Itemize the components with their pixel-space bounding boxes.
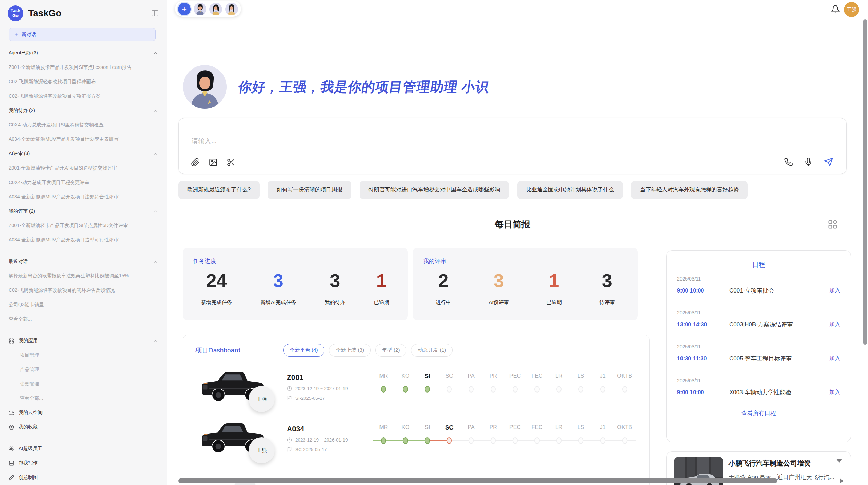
- notification-bell-icon[interactable]: [831, 5, 840, 14]
- briefing-layout-icon[interactable]: [828, 219, 838, 229]
- view-all-chats-link[interactable]: 查看全部...: [0, 312, 167, 326]
- suggestion-chip[interactable]: 特朗普可能对进口汽车增税会对中国车企造成哪些影响: [360, 181, 509, 199]
- avatar[interactable]: [209, 3, 222, 15]
- milestone-label: SC: [438, 373, 460, 381]
- suggestion-chips: 欧洲新规最近颁布了什么? 如何写一份清晰的项目周报 特朗普可能对进口汽车增税会对…: [178, 181, 847, 199]
- logo-text-bottom: Go: [12, 13, 19, 18]
- new-conversation-button[interactable]: +: [178, 3, 191, 15]
- suggestion-chip[interactable]: 欧洲新规最近颁布了什么?: [178, 181, 260, 199]
- milestone-label: LS: [570, 373, 592, 381]
- milestone-ko: KO: [395, 424, 417, 444]
- recent-chat-item[interactable]: 公司Q3轻卡销量: [0, 298, 167, 312]
- avatar[interactable]: [194, 3, 206, 15]
- join-meeting-link[interactable]: 加入: [829, 389, 840, 396]
- chat-input[interactable]: [192, 137, 603, 145]
- section-my-todo[interactable]: 我的待办 (2): [0, 103, 167, 118]
- milestone-label: SI: [417, 424, 438, 432]
- suggestion-chip[interactable]: 比亚迪全固态电池计划具体说了什么: [517, 181, 623, 199]
- milestone-dot: [556, 386, 562, 393]
- stat-overdue: 1 已逾期: [374, 270, 389, 306]
- sidebar-task-item[interactable]: C0X4-动力总成开发项目SI里程碑提交物检查: [0, 118, 167, 132]
- tab-model-year[interactable]: 年型 (2): [375, 344, 407, 357]
- sidebar-task-item[interactable]: C0X4-动力总成开发项目工程变更评审: [0, 175, 167, 190]
- join-meeting-link[interactable]: 加入: [829, 287, 840, 294]
- sidebar-item-ai-super-staff[interactable]: AI超级员工: [0, 442, 167, 456]
- milestone-dot: [425, 437, 430, 444]
- section-ai-review[interactable]: AI评审 (3): [0, 147, 167, 161]
- attachment-paperclip-icon[interactable]: [191, 158, 200, 167]
- join-meeting-link[interactable]: 加入: [829, 321, 840, 328]
- app-title: TaskGo: [28, 8, 61, 19]
- milestone-ls: LS: [570, 424, 592, 444]
- stat-value: 3: [489, 270, 509, 291]
- suggestion-chip[interactable]: 如何写一份清晰的项目周报: [268, 181, 351, 199]
- sidebar-item-help-me-write[interactable]: 帮我写作: [0, 456, 167, 470]
- schedule-item: 2025/03/11 10:30-11:30 C005-整车工程目标评审 加入: [676, 337, 841, 371]
- section-label: 我的待办 (2): [9, 108, 35, 114]
- suggestion-chip[interactable]: 当下年轻人对汽车外观有怎样的喜好趋势: [631, 181, 748, 199]
- milestone-dot: [622, 386, 627, 393]
- chevron-up-icon: [153, 151, 158, 157]
- sidebar-task-item[interactable]: A034-全新新能源MUV产品开发项目法规符合性评审: [0, 190, 167, 204]
- vertical-scrollbar[interactable]: [863, 19, 867, 345]
- new-chat-button[interactable]: 新对话: [9, 28, 156, 41]
- stat-value: 2: [436, 270, 451, 291]
- milestone-oktb: OKTB: [614, 424, 636, 444]
- collapse-sidebar-icon[interactable]: [151, 9, 159, 17]
- horizontal-scrollbar[interactable]: [178, 478, 777, 483]
- project-flag-milestone: SI-2025-05-17: [295, 396, 325, 401]
- sidebar-task-item[interactable]: A034-全新新能源MUV产品开发项目计划变更表编写: [0, 132, 167, 147]
- card-label: 任务进度: [193, 257, 408, 265]
- app-item-change-mgmt[interactable]: 变更管理: [0, 377, 167, 391]
- scroll-down-arrow[interactable]: [836, 459, 842, 463]
- scissors-icon[interactable]: [227, 158, 236, 167]
- users-icon: [9, 446, 14, 452]
- milestone-label: LR: [548, 424, 570, 432]
- sidebar-task-item[interactable]: A034-全新新能源MUV产品开发项目造型可行性评审: [0, 233, 167, 247]
- stat-new-completed: 24 新增完成任务: [201, 270, 232, 306]
- milestone-dot: [600, 386, 605, 393]
- project-vehicle-image: 王强: [197, 416, 270, 461]
- sidebar-task-item[interactable]: Z001-全新燃油轻卡产品开发项目SI节点属性5D文件评审: [0, 219, 167, 233]
- avatar[interactable]: [225, 3, 238, 15]
- user-avatar[interactable]: 王强: [844, 2, 859, 17]
- pen-icon: [9, 475, 14, 481]
- sidebar-item-creative-drawing[interactable]: 创意制图: [0, 470, 167, 485]
- sidebar-task-item[interactable]: C02-飞腾新能源轻客改款项目立项汇报方案: [0, 89, 167, 103]
- sidebar-item-cloud-space[interactable]: 我的云空间: [0, 406, 167, 420]
- sidebar-task-item[interactable]: Z001-全新燃油轻卡产品开发项目SI造型提交物评审: [0, 161, 167, 175]
- milestone-si: SI: [417, 424, 438, 444]
- recent-chat-item[interactable]: C02-飞腾新能源轻客改款项目的闭环通告反馈情况: [0, 283, 167, 298]
- app-item-product-mgmt[interactable]: 产品管理: [0, 362, 167, 377]
- scroll-right-arrow[interactable]: [840, 478, 844, 483]
- sidebar-task-item[interactable]: Z001-全新燃油皮卡产品开发项目SI节点Lesson Learn报告: [0, 60, 167, 75]
- section-my-review[interactable]: 我的评审 (2): [0, 204, 167, 219]
- chevron-up-icon: [153, 51, 158, 56]
- view-all-schedule-link[interactable]: 查看所有日程: [667, 409, 851, 417]
- tab-new-body[interactable]: 全新上装 (3): [329, 344, 371, 357]
- app-item-project-mgmt[interactable]: 项目管理: [0, 348, 167, 362]
- project-row[interactable]: 王强 A034 2023-12-19 ~ 2026-01-19 SC-2025-…: [183, 411, 649, 462]
- image-upload-icon[interactable]: [209, 158, 218, 167]
- sidebar-item-my-apps[interactable]: 我的应用: [0, 334, 167, 348]
- microphone-icon[interactable]: [804, 158, 813, 166]
- view-all-apps-link[interactable]: 查看全部...: [0, 391, 167, 406]
- sidebar-item-favorites[interactable]: 我的收藏: [0, 420, 167, 434]
- section-recent-chats[interactable]: 最近对话: [0, 254, 167, 269]
- tab-powertrain-dev[interactable]: 动总开发 (1): [411, 344, 453, 357]
- phone-call-icon[interactable]: [784, 158, 793, 166]
- section-agent-done[interactable]: Agent已办 (3): [0, 46, 167, 60]
- dashboard-tabs: 全新平台 (4) 全新上装 (3) 年型 (2) 动总开发 (1): [283, 344, 453, 357]
- milestone-dot: [600, 437, 605, 444]
- project-row[interactable]: 王强 Z001 2023-12-19 ~ 2027-01-19 SI-2025-…: [183, 359, 649, 411]
- sidebar-task-item[interactable]: C02-飞腾新能源轻客改款项目里程碑画布: [0, 75, 167, 89]
- recent-chat-item[interactable]: 解释最新出台的欧盟报废车法规再生塑料比例被调至15%...: [0, 269, 167, 283]
- join-meeting-link[interactable]: 加入: [829, 355, 840, 362]
- milestone-dot: [447, 386, 452, 393]
- tab-new-platform[interactable]: 全新平台 (4): [283, 344, 325, 357]
- creative-drawing-label: 创意制图: [19, 474, 38, 481]
- milestone-dot: [403, 437, 408, 444]
- favorites-badge-icon: [9, 424, 14, 430]
- milestone-label: MR: [373, 424, 395, 432]
- send-icon[interactable]: [824, 157, 833, 167]
